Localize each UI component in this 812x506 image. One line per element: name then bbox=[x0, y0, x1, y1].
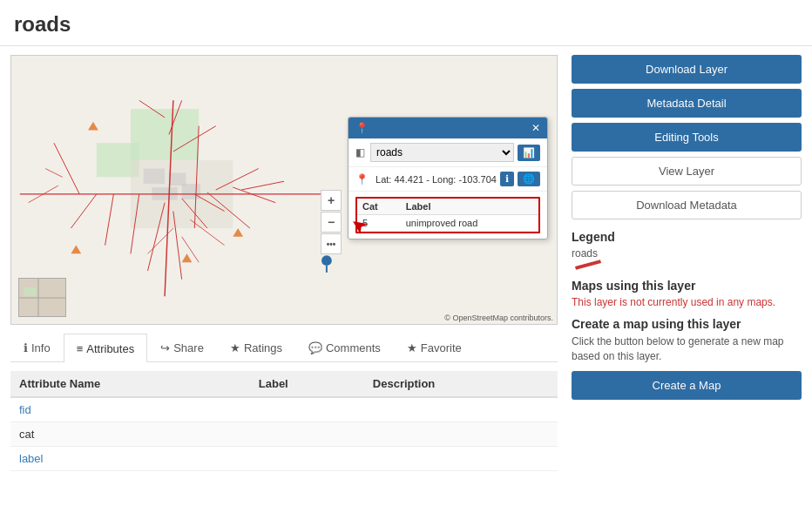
map-popup-header: 📍 ✕ bbox=[348, 118, 547, 138]
attr-desc-header: Description bbox=[364, 371, 558, 397]
view-layer-button[interactable]: View Layer bbox=[572, 157, 802, 186]
svg-rect-38 bbox=[24, 287, 37, 296]
zoom-in-button[interactable]: + bbox=[321, 190, 342, 211]
tab-comments[interactable]: 💬 Comments bbox=[295, 334, 394, 361]
create-map-button[interactable]: Create a Map bbox=[572, 371, 802, 400]
map-popup-coords: 📍 Lat: 44.421 - Long: -103.704 ℹ 🌐 bbox=[348, 167, 547, 192]
attr-label-header: Label bbox=[250, 371, 364, 397]
attribute-table: Attribute Name Label Description fid cat bbox=[10, 371, 558, 471]
coord-icons: ℹ 🌐 bbox=[500, 172, 540, 186]
attr-name-cat: cat bbox=[10, 422, 250, 447]
close-icon[interactable]: ✕ bbox=[531, 122, 540, 134]
globe-icon-btn[interactable]: 🌐 bbox=[518, 172, 540, 186]
svg-point-35 bbox=[321, 255, 332, 266]
download-metadata-button[interactable]: Download Metadata bbox=[572, 191, 802, 219]
editing-tools-button[interactable]: Editing Tools bbox=[572, 123, 802, 152]
download-layer-button[interactable]: Download Layer bbox=[572, 55, 802, 84]
attr-label-fid bbox=[250, 397, 364, 422]
create-map-description: Click the button below to generate a new… bbox=[572, 334, 802, 364]
share-tab-icon: ↪ bbox=[160, 341, 170, 354]
legend-section: Legend roads bbox=[572, 230, 802, 266]
attr-label-label bbox=[250, 447, 364, 471]
more-controls-button[interactable]: ••• bbox=[321, 233, 342, 254]
attributes-tab-icon: ≡ bbox=[77, 342, 84, 355]
create-map-title: Create a map using this layer bbox=[572, 317, 802, 331]
map-attribution: © OpenStreetMap contributors. bbox=[444, 314, 553, 322]
minimap bbox=[18, 278, 66, 317]
legend-layer-name: roads bbox=[572, 247, 802, 260]
right-panel: Download Layer Metadata Detail Editing T… bbox=[558, 55, 802, 471]
page-title: roads bbox=[0, 0, 812, 46]
map-container: 📍 ✕ ◧ roads 📊 📍 Lat: 44.421 - Long: -103… bbox=[10, 55, 558, 325]
svg-rect-4 bbox=[144, 169, 165, 185]
map-popup-layer-row: ◧ roads 📊 bbox=[348, 138, 547, 167]
tabs-bar: ℹ Info ≡ Attributes ↪ Share ★ Ratings 💬 … bbox=[10, 334, 558, 362]
metadata-detail-button[interactable]: Metadata Detail bbox=[572, 89, 802, 118]
table-row: cat bbox=[10, 422, 558, 447]
layer-icon: ◧ bbox=[355, 146, 365, 159]
ratings-tab-icon: ★ bbox=[230, 341, 240, 354]
share-tab-label: Share bbox=[173, 341, 204, 354]
map-background: 📍 ✕ ◧ roads 📊 📍 Lat: 44.421 - Long: -103… bbox=[11, 56, 557, 324]
svg-rect-5 bbox=[169, 172, 186, 186]
legend-line-symbol bbox=[575, 260, 601, 270]
comments-tab-icon: 💬 bbox=[308, 341, 322, 354]
left-panel: 📍 ✕ ◧ roads 📊 📍 Lat: 44.421 - Long: -103… bbox=[10, 55, 558, 471]
tab-info[interactable]: ℹ Info bbox=[10, 334, 64, 361]
attr-desc-fid bbox=[364, 397, 558, 422]
favorite-tab-icon: ★ bbox=[407, 341, 417, 354]
tab-ratings[interactable]: ★ Ratings bbox=[217, 334, 295, 361]
tab-favorite[interactable]: ★ Favorite bbox=[394, 334, 475, 361]
maps-not-used-text: This layer is not currently used in any … bbox=[572, 296, 802, 308]
attr-name-fid[interactable]: fid bbox=[10, 397, 250, 422]
tab-attributes[interactable]: ≡ Attributes bbox=[64, 334, 148, 362]
maps-using-title: Maps using this layer bbox=[572, 279, 802, 293]
layer-select[interactable]: roads bbox=[370, 143, 514, 162]
legend-title: Legend bbox=[572, 230, 802, 244]
attributes-tab-label: Attributes bbox=[86, 342, 134, 355]
svg-rect-1 bbox=[131, 109, 199, 160]
comments-tab-label: Comments bbox=[326, 341, 381, 354]
coordinates: Lat: 44.421 - Long: -103.704 bbox=[376, 174, 497, 185]
location-pin-icon: 📍 bbox=[355, 173, 369, 186]
maps-using-section: Maps using this layer This layer is not … bbox=[572, 279, 802, 308]
favorite-tab-label: Favorite bbox=[421, 341, 462, 354]
table-row: label bbox=[10, 447, 558, 471]
ratings-tab-label: Ratings bbox=[244, 341, 282, 354]
attr-desc-label bbox=[364, 447, 558, 471]
attr-desc-cat bbox=[364, 422, 558, 447]
tab-share[interactable]: ↪ Share bbox=[147, 334, 217, 361]
attr-name-label[interactable]: label bbox=[10, 447, 250, 471]
chart-icon[interactable]: 📊 bbox=[518, 145, 540, 161]
main-content: 📍 ✕ ◧ roads 📊 📍 Lat: 44.421 - Long: -103… bbox=[0, 46, 812, 480]
info-icon-btn[interactable]: ℹ bbox=[500, 172, 514, 186]
svg-rect-7 bbox=[182, 184, 201, 199]
attr-name-header: Attribute Name bbox=[10, 371, 250, 397]
attr-label-cat bbox=[250, 422, 364, 447]
table-row: fid bbox=[10, 397, 558, 422]
zoom-out-button[interactable]: − bbox=[321, 212, 342, 233]
info-tab-label: Info bbox=[31, 341, 51, 354]
info-tab-icon: ℹ bbox=[24, 341, 28, 354]
pin-icon: 📍 bbox=[355, 122, 369, 134]
create-map-section: Create a map using this layer Click the … bbox=[572, 317, 802, 400]
